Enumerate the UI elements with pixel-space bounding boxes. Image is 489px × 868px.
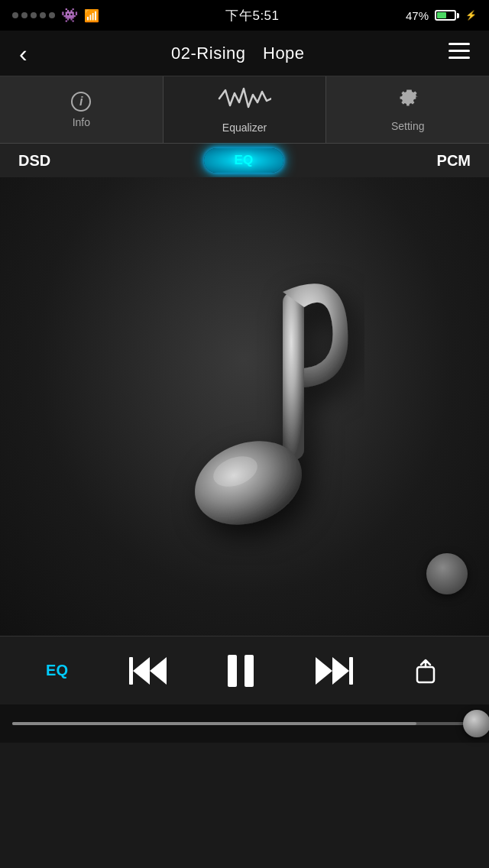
- tab-setting[interactable]: Setting: [326, 76, 489, 143]
- svg-rect-3: [283, 292, 304, 460]
- playback-controls: EQ: [0, 636, 489, 704]
- battery-body: [435, 10, 456, 21]
- progress-fill: [12, 722, 416, 725]
- previous-button[interactable]: [121, 649, 174, 692]
- game-icon: 👾: [61, 7, 78, 24]
- prev-icon: [129, 657, 167, 685]
- next-icon: [316, 657, 353, 685]
- share-button[interactable]: [406, 649, 451, 693]
- album-art-area: [0, 177, 489, 636]
- share-icon: [414, 656, 443, 685]
- battery-percent: 47%: [406, 9, 429, 22]
- header: ‹ 02-Rising Hope: [0, 31, 489, 76]
- eq-mode-row: DSD EQ PCM: [0, 144, 489, 177]
- equalizer-wave-icon: [218, 86, 271, 117]
- pause-icon: [228, 655, 254, 687]
- status-right: 47% ⚡: [406, 9, 477, 22]
- charging-icon: ⚡: [465, 10, 477, 21]
- pcm-label: PCM: [437, 152, 471, 170]
- signal-dot-3: [31, 12, 37, 18]
- tab-equalizer[interactable]: Equalizer: [164, 76, 327, 143]
- progress-thumb[interactable]: [463, 710, 489, 737]
- signal-dot-1: [12, 12, 18, 18]
- signal-dot-4: [40, 12, 46, 18]
- pause-button[interactable]: [220, 647, 261, 695]
- status-time: 下午5:51: [225, 7, 279, 24]
- progress-bar-area[interactable]: [0, 704, 489, 743]
- eq-badge[interactable]: EQ: [204, 148, 284, 173]
- tab-bar: i Info Equalizer Setting: [0, 76, 489, 144]
- status-bar: 👾 📶 下午5:51 47% ⚡: [0, 0, 489, 31]
- svg-rect-1: [449, 50, 470, 52]
- tab-setting-label: Setting: [391, 120, 425, 132]
- signal-dots: [12, 12, 55, 18]
- status-left: 👾 📶: [12, 7, 99, 24]
- svg-rect-0: [449, 43, 470, 45]
- signal-dot-5: [49, 12, 55, 18]
- track-title: 02-Rising Hope: [171, 42, 305, 65]
- wifi-icon: 📶: [84, 8, 99, 23]
- tab-info-label: Info: [73, 116, 90, 128]
- eq-control-label[interactable]: EQ: [38, 654, 76, 687]
- float-action-button[interactable]: [426, 553, 468, 594]
- battery-fill: [437, 12, 446, 18]
- back-button[interactable]: ‹: [15, 37, 31, 70]
- progress-track[interactable]: [12, 722, 477, 725]
- svg-rect-2: [449, 57, 470, 59]
- svg-rect-6: [417, 667, 434, 682]
- dsd-label: DSD: [18, 152, 50, 170]
- info-icon: i: [71, 92, 91, 112]
- tab-equalizer-label: Equalizer: [222, 121, 267, 134]
- album-art: [115, 246, 374, 567]
- tab-info[interactable]: i Info: [0, 76, 164, 143]
- battery-tip: [457, 13, 459, 18]
- menu-button[interactable]: [445, 39, 474, 68]
- next-button[interactable]: [308, 649, 361, 692]
- battery-icon: [435, 10, 459, 21]
- gear-icon: [397, 87, 419, 115]
- signal-dot-2: [21, 12, 28, 18]
